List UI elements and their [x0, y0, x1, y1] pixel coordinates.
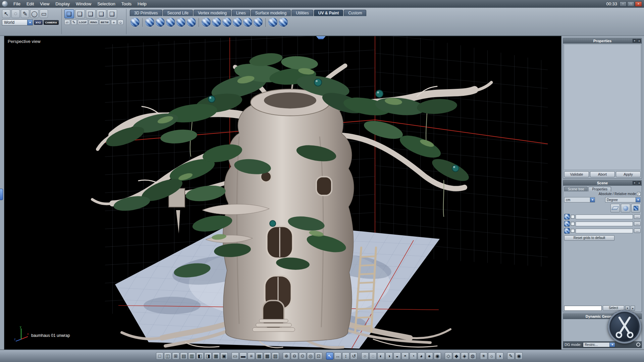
dg-indicator-icon[interactable]	[636, 343, 640, 347]
annotate-icon[interactable]: ✎	[507, 352, 515, 360]
layout-cols-icon[interactable]: ▥	[188, 352, 196, 360]
frame-view-icon[interactable]: ⊡	[315, 352, 322, 360]
layout-left-split-icon[interactable]: ◧	[196, 352, 204, 360]
select-face-mode-icon[interactable]: ❏	[75, 9, 85, 18]
uv-export-icon[interactable]	[268, 18, 277, 27]
select-object-mode-icon[interactable]: ❏	[64, 9, 74, 18]
light-default-icon[interactable]: ☀	[480, 352, 487, 360]
uv-pin-icon[interactable]	[202, 18, 211, 27]
camera-toggle-button[interactable]: CAMERA	[44, 20, 59, 25]
wireframe-mode-icon[interactable]: ○	[361, 352, 369, 360]
grid-value-field[interactable]	[576, 215, 633, 219]
close-button[interactable]: ×	[635, 1, 642, 7]
uv-cubic-map-icon[interactable]	[166, 18, 175, 27]
chevron-down-icon[interactable]: ▼	[590, 197, 595, 202]
grid-texture-icon[interactable]	[564, 214, 570, 220]
wide-view-icon[interactable]: ▬	[239, 352, 247, 360]
tab-utilities[interactable]: Utilities	[291, 10, 313, 16]
panel-dock-icon[interactable]: ◄	[637, 181, 641, 185]
select-nav-icon[interactable]: ↖	[326, 352, 333, 360]
grid-browse-button[interactable]: ...	[634, 222, 641, 226]
orbit-tool-icon[interactable]: ↺	[350, 352, 358, 360]
apply-button[interactable]: Apply	[616, 171, 641, 177]
hatch-view-icon[interactable]: ▩	[264, 352, 271, 360]
uv-planar-map-icon[interactable]	[145, 18, 154, 27]
grid-value-field[interactable]	[576, 229, 633, 233]
grid-plane-button[interactable]	[610, 204, 620, 213]
textured-wire-mode-icon[interactable]: ◓	[401, 352, 409, 360]
pan-tool-icon[interactable]: ↔	[334, 352, 341, 360]
abort-button[interactable]: Abort	[590, 171, 615, 177]
chevron-down-icon[interactable]: ▼	[27, 20, 33, 25]
chevron-down-icon[interactable]: ▼	[636, 197, 640, 202]
menu-tools[interactable]: Tools	[118, 1, 135, 7]
flat-shade-mode-icon[interactable]: ◐	[377, 352, 385, 360]
path-tool-icon[interactable]: ✎	[71, 20, 77, 25]
angle-unit-dropdown[interactable]: Degree ▼	[605, 197, 641, 202]
smooth-select-icon[interactable]: ☺	[118, 20, 123, 25]
tab-second-life[interactable]: Second Life	[163, 10, 193, 16]
left-panel-handle[interactable]	[0, 189, 3, 200]
rect-select-icon[interactable]: ▭	[40, 9, 48, 18]
lasso-icon[interactable]: ◌	[11, 9, 20, 18]
list-view-icon[interactable]: ≡	[248, 352, 255, 360]
ghost-mode-icon[interactable]: ◔	[410, 352, 417, 360]
uv-seam-icon[interactable]	[187, 18, 196, 27]
menu-window[interactable]: Window	[73, 1, 94, 7]
validate-button[interactable]: Validate	[564, 171, 589, 177]
grid-cube-button[interactable]	[631, 204, 641, 213]
grid-browse-button[interactable]: ...	[634, 229, 641, 233]
menu-display[interactable]: Display	[52, 1, 73, 7]
tab-custom[interactable]: Custom	[344, 10, 366, 16]
select-name-input[interactable]	[564, 306, 602, 311]
panel-dock-icon[interactable]: ◄	[637, 39, 641, 43]
textured-mode-icon[interactable]: ◒	[393, 352, 401, 360]
select-element-mode-icon[interactable]: ❏	[107, 9, 117, 18]
grid-texture-icon[interactable]	[564, 221, 570, 227]
overlay-icon[interactable]: ◍	[469, 352, 476, 360]
layout-grid-icon[interactable]: ▦	[212, 352, 220, 360]
normals-icon[interactable]: ◆	[453, 352, 460, 360]
edge-tool-icon[interactable]: ▱	[64, 20, 70, 25]
dolly-tool-icon[interactable]: ↕	[342, 352, 350, 360]
unit-dropdown[interactable]: cm ▼	[564, 197, 595, 202]
sphere-select-icon[interactable]: ◯	[30, 9, 39, 18]
layout-rows-icon[interactable]: ▤	[180, 352, 187, 360]
xray-mode-icon[interactable]: ◕	[418, 352, 425, 360]
compact-view-icon[interactable]: ▭	[231, 352, 239, 360]
uv-relax-icon[interactable]	[212, 18, 221, 27]
grid-browse-button[interactable]: ...	[634, 215, 641, 219]
panel-collapse-icon[interactable]: ▼	[633, 181, 637, 185]
grid-value-field[interactable]	[576, 222, 633, 226]
zoom-all-icon[interactable]: ◎	[307, 352, 314, 360]
layout-current-icon[interactable]: ▣	[220, 352, 228, 360]
menu-edit[interactable]: Edit	[23, 1, 37, 7]
tab-3d-primitives[interactable]: 3D Primitives	[130, 10, 162, 16]
scene-tree-tab[interactable]: Scene tree	[564, 187, 588, 191]
viewport-3d[interactable]: Perspective view y x z baumhaus 01 unwra…	[4, 36, 561, 350]
uv-settings-icon[interactable]	[279, 18, 288, 27]
select-next-icon[interactable]: ▲	[631, 306, 635, 311]
scene-properties-tab[interactable]: Properties	[588, 187, 611, 191]
paint-bump-icon[interactable]	[243, 18, 252, 27]
paint-brush-icon[interactable]: ✎	[21, 9, 29, 18]
paint-texture-icon[interactable]	[233, 18, 242, 27]
absolute-relative-checkbox[interactable]: ✓	[637, 192, 641, 196]
zoom-in-icon[interactable]: ⊕	[283, 352, 290, 360]
select-button[interactable]: Select	[603, 305, 624, 311]
menu-selection[interactable]: Selection	[94, 1, 118, 7]
uv-spherical-map-icon[interactable]	[130, 18, 140, 27]
light-scene-icon[interactable]: ☼	[488, 352, 495, 360]
dg-mode-dropdown[interactable]: Restric... ▼	[583, 342, 615, 347]
reset-grids-button[interactable]: Reset grids to default	[564, 235, 614, 241]
layout-2col-icon[interactable]: ◫	[164, 352, 171, 360]
grid-snap-icon[interactable]: ▦	[256, 352, 263, 360]
menu-view[interactable]: View	[37, 1, 52, 7]
paint-eraser-icon[interactable]	[254, 18, 263, 27]
material-preview-icon[interactable]: ◉	[434, 352, 441, 360]
zoom-selected-icon[interactable]: ⊙	[299, 352, 306, 360]
tab-uv-paint[interactable]: UV & Paint	[314, 10, 343, 16]
chevron-down-icon[interactable]: ▼	[609, 343, 615, 347]
grid-enable-checkbox[interactable]	[571, 215, 575, 219]
minimize-button[interactable]: −	[620, 1, 627, 7]
